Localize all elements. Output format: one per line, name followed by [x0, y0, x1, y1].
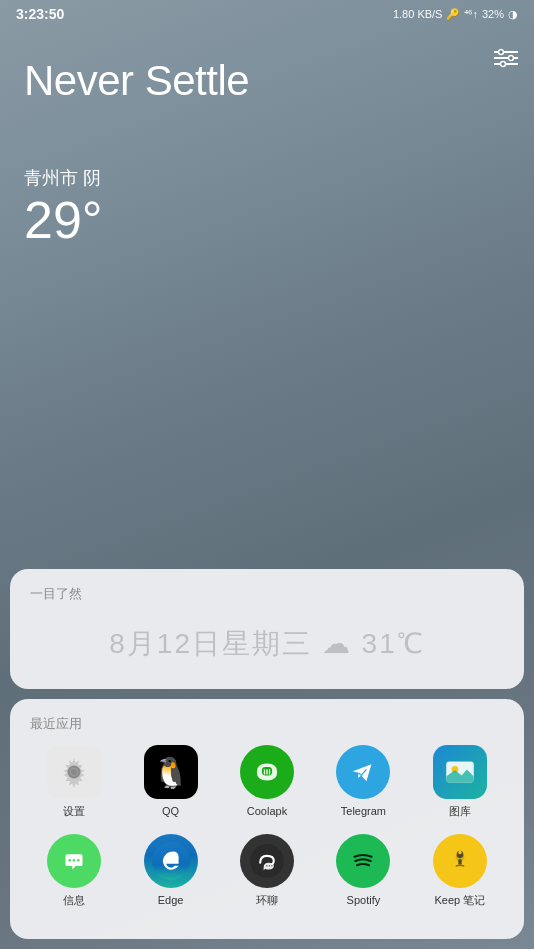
tagline: Never Settle: [24, 56, 510, 106]
recent-apps-card: 最近应用 设置 🐧 QQ: [10, 699, 524, 939]
svg-point-14: [69, 859, 72, 862]
cards-container: 一目了然 8月12日星期三 ☁ 31℃ 最近应用 设置: [0, 569, 534, 949]
app-coolapk[interactable]: Coolapk: [223, 745, 311, 818]
app-coolapk-label: Coolapk: [247, 805, 287, 818]
battery-icon: ◑: [508, 8, 518, 21]
status-bar: 3:23:50 1.80 KB/S 🔑 ⁴⁶↑ 32% ◑: [0, 0, 534, 26]
svg-rect-20: [269, 865, 270, 866]
yimu-card: 一目了然 8月12日星期三 ☁ 31℃: [10, 569, 524, 689]
qq-icon: 🐧: [152, 755, 189, 790]
app-telegram-label: Telegram: [341, 805, 386, 818]
app-qq-label: QQ: [162, 805, 179, 818]
main-content: Never Settle 青州市 阴 29°: [0, 26, 534, 246]
svg-point-16: [77, 859, 80, 862]
svg-point-8: [71, 769, 77, 775]
svg-rect-21: [271, 865, 272, 866]
app-message-label: 信息: [63, 894, 85, 907]
svg-point-22: [346, 844, 380, 878]
network-speed: 1.80 KB/S: [393, 8, 443, 20]
yimu-content: 8月12日星期三 ☁ 31℃: [30, 615, 504, 673]
svg-point-3: [499, 50, 504, 55]
svg-rect-19: [266, 865, 267, 866]
app-gallery-label: 图库: [449, 805, 471, 818]
status-icons: 1.80 KB/S 🔑 ⁴⁶↑ 32% ◑: [393, 8, 518, 21]
app-keep-label: Keep 笔记: [434, 894, 485, 907]
battery-text: 32%: [482, 8, 504, 20]
app-edge[interactable]: Edge: [126, 834, 214, 907]
key-icon: 🔑: [446, 8, 460, 21]
app-spotify[interactable]: Spotify: [319, 834, 407, 907]
svg-point-15: [73, 859, 76, 862]
recent-apps-label: 最近应用: [30, 715, 504, 733]
status-time: 3:23:50: [16, 6, 64, 22]
app-keep[interactable]: Keep 笔记: [416, 834, 504, 907]
svg-point-4: [509, 56, 514, 61]
app-settings[interactable]: 设置: [30, 745, 118, 818]
apps-grid: 设置 🐧 QQ Coolapk: [30, 745, 504, 907]
svg-point-5: [501, 62, 506, 67]
svg-rect-25: [458, 859, 461, 864]
weather-info: 青州市 阴 29°: [24, 166, 510, 246]
app-message[interactable]: 信息: [30, 834, 118, 907]
app-huanliao[interactable]: 环聊: [223, 834, 311, 907]
app-settings-label: 设置: [63, 805, 85, 818]
app-huanliao-label: 环聊: [256, 894, 278, 907]
app-telegram[interactable]: Telegram: [319, 745, 407, 818]
weather-temperature: 29°: [24, 194, 510, 246]
app-spotify-label: Spotify: [347, 894, 381, 907]
yimu-text: 8月12日星期三 ☁ 31℃: [109, 625, 424, 663]
svg-point-26: [458, 851, 461, 854]
app-gallery[interactable]: 图库: [416, 745, 504, 818]
weather-location: 青州市 阴: [24, 166, 510, 190]
filter-icon[interactable]: [494, 48, 518, 73]
svg-point-18: [250, 844, 284, 878]
app-qq[interactable]: 🐧 QQ: [126, 745, 214, 818]
app-edge-label: Edge: [158, 894, 184, 907]
yimu-label: 一目了然: [30, 585, 504, 603]
signal-icon: ⁴⁶↑: [464, 8, 478, 21]
